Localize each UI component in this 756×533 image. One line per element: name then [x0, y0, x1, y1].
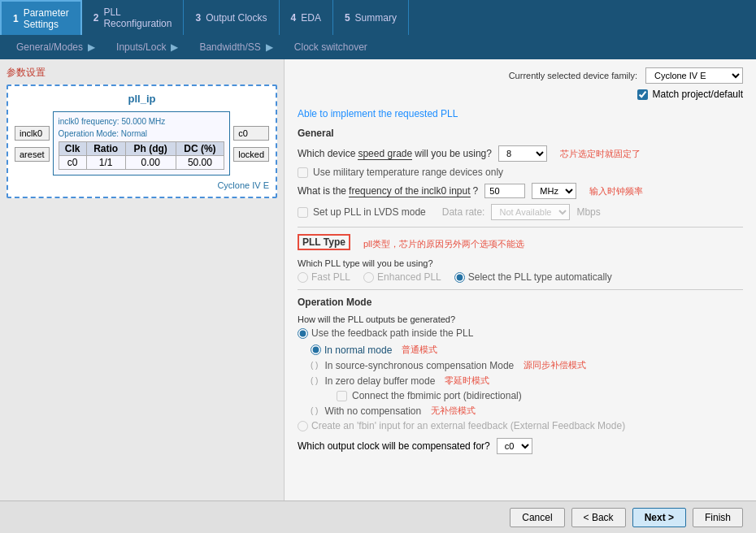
datarate-row: Data rate: Not Available Mbps — [442, 204, 601, 220]
cyclone-label-diagram: Cyclone IV E — [15, 180, 269, 190]
lvds-row: Set up PLL in LVDS mode — [298, 206, 426, 218]
col-clk: Clk — [59, 142, 86, 156]
pll-type-desc: Which PLL type will you be using? — [298, 258, 743, 268]
device-family-label: Currently selected device family: — [509, 71, 637, 80]
operation-mode-section: Operation Mode How will the PLL outputs … — [298, 297, 743, 454]
left-panel: 参数设置 pll_ip inclk0 areset inclk0 frequen… — [0, 59, 285, 500]
success-message: Able to implement the requested PLL — [298, 108, 743, 119]
col-ph: Ph (dg) — [125, 142, 176, 156]
operation-desc: How will the PLL outputs be generated? — [298, 314, 743, 324]
freq-input[interactable] — [484, 184, 525, 198]
port-areset: areset — [15, 147, 50, 162]
annot-zero-delay: 零延时模式 — [445, 375, 489, 387]
wizard-tabs: 1 ParameterSettings 2 PLLReconfiguration… — [0, 0, 756, 35]
lvds-label: Set up PLL in LVDS mode — [313, 206, 426, 218]
radio-feedback-path[interactable]: Use the feedback path inside the PLL — [298, 327, 743, 339]
freq-unit-select[interactable]: MHz KHz — [532, 183, 576, 199]
annot-source-sync: 源同步补偿模式 — [524, 359, 586, 371]
port-locked: locked — [233, 147, 269, 162]
military-checkbox-row: Use military temperature range devices o… — [298, 167, 743, 178]
tab-summary[interactable]: 5 Summary — [333, 0, 409, 35]
military-label: Use military temperature range devices o… — [313, 167, 503, 178]
general-section-title: General — [298, 128, 743, 139]
right-panel: Currently selected device family: Cyclon… — [285, 59, 756, 500]
pll-type-radio-row: Fast PLL Enhanced PLL Select the PLL typ… — [298, 271, 743, 283]
speed-grade-select[interactable]: 8 — [498, 145, 547, 162]
radio-zero-delay[interactable]: ( ) In zero delay buffer mode 零延时模式 — [311, 375, 743, 387]
section-label: 参数设置 — [7, 66, 277, 80]
sub-tabs: General/Modes ▶ Inputs/Lock ▶ Bandwidth/… — [0, 35, 756, 59]
main-content: 参数设置 pll_ip inclk0 areset inclk0 frequen… — [0, 59, 756, 500]
match-project-row: Match project/default — [298, 89, 743, 100]
port-inclk0: inclk0 — [15, 126, 50, 141]
tab-pll-reconfig[interactable]: 2 PLLReconfiguration — [82, 0, 185, 35]
subtab-clock-switchover[interactable]: Clock switchover — [285, 38, 377, 56]
speed-grade-underline: speed grade — [358, 148, 412, 160]
pll-type-label: PLL Type — [298, 234, 350, 250]
device-family-select[interactable]: Cyclone IV E — [645, 67, 743, 84]
freq-line: inclk0 frequency: 50.000 MHz — [59, 117, 225, 126]
col-ratio: Ratio — [86, 142, 125, 156]
back-button[interactable]: < Back — [571, 508, 626, 527]
next-button[interactable]: Next > — [632, 508, 686, 527]
table-row: c0 1/1 0.00 50.00 — [59, 156, 224, 170]
pll-name: pll_ip — [15, 93, 269, 105]
cancel-button[interactable]: Cancel — [510, 508, 564, 527]
datarate-unit: Mbps — [576, 206, 600, 218]
annot-speed-grade: 芯片选定时就固定了 — [560, 148, 641, 160]
radio-fast-pll[interactable]: Fast PLL — [298, 271, 350, 283]
device-family-row: Currently selected device family: Cyclon… — [298, 67, 743, 84]
output-clock-label: Which output clock will be compensated f… — [298, 440, 490, 452]
annot-freq: 输入时钟频率 — [589, 185, 643, 197]
fbmimic-checkbox[interactable] — [337, 391, 347, 401]
pll-table: Clk Ratio Ph (dg) DC (%) c0 1/1 0.00 — [59, 141, 225, 170]
operation-mode-title: Operation Mode — [298, 297, 743, 308]
tab-output-clocks[interactable]: 3 Output Clocks — [184, 0, 279, 35]
finish-button[interactable]: Finish — [693, 508, 743, 527]
subtab-inputs-lock[interactable]: Inputs/Lock ▶ — [106, 38, 188, 56]
datarate-label: Data rate: — [442, 206, 485, 218]
freq-underline: frequency of the inclk0 input — [349, 185, 470, 197]
radio-normal-mode[interactable]: In normal mode 普通模式 — [311, 344, 743, 356]
fbmimic-row: Connect the fbmimic port (bidirectional) — [337, 390, 743, 401]
port-c0: c0 — [233, 126, 269, 141]
radio-auto-pll[interactable]: Select the PLL type automatically — [454, 271, 612, 283]
speed-grade-row: Which device speed grade will you be usi… — [298, 145, 743, 162]
fbmimic-label: Connect the fbmimic port (bidirectional) — [352, 390, 522, 401]
annot-pll-type: pll类型，芯片的原因另外两个选项不能选 — [363, 238, 524, 250]
output-clock-row: Which output clock will be compensated f… — [298, 438, 743, 454]
radio-external-fb[interactable]: Create an 'fbin' input for an external f… — [298, 420, 743, 431]
match-project-label: Match project/default — [653, 89, 743, 100]
lvds-checkbox[interactable] — [298, 207, 308, 218]
output-clock-select[interactable]: c0 — [497, 438, 532, 454]
datarate-select[interactable]: Not Available — [491, 204, 570, 220]
subtab-general-modes[interactable]: General/Modes ▶ — [7, 38, 105, 56]
pll-ports-left: inclk0 areset — [15, 126, 50, 162]
tab-eda[interactable]: 4 EDA — [280, 0, 333, 35]
pll-ports-right: c0 locked — [233, 126, 269, 162]
radio-enhanced-pll[interactable]: Enhanced PLL — [363, 271, 441, 283]
pll-type-row: PLL Type pll类型，芯片的原因另外两个选项不能选 — [298, 234, 743, 254]
radio-source-sync[interactable]: ( ) In source-synchronous compensation M… — [311, 359, 743, 371]
match-project-checkbox[interactable] — [637, 89, 648, 100]
radio-no-comp[interactable]: ( ) With no compensation 无补偿模式 — [311, 405, 743, 417]
tab-parameter-settings[interactable]: 1 ParameterSettings — [0, 0, 82, 35]
annot-no-comp: 无补偿模式 — [431, 405, 476, 417]
mode-line: Operation Mode: Normal — [59, 129, 225, 138]
subtab-bandwidth[interactable]: Bandwidth/SS ▶ — [189, 38, 282, 56]
pll-inner: inclk0 frequency: 50.000 MHz Operation M… — [53, 111, 231, 176]
pll-diagram: pll_ip inclk0 areset inclk0 frequency: 5… — [7, 84, 277, 198]
freq-row: What is the frequency of the inclk0 inpu… — [298, 183, 743, 199]
annot-normal-mode: 普通模式 — [402, 344, 437, 356]
col-dc: DC (%) — [176, 142, 224, 156]
military-checkbox[interactable] — [298, 167, 308, 178]
bottom-bar: Cancel < Back Next > Finish — [0, 500, 756, 533]
